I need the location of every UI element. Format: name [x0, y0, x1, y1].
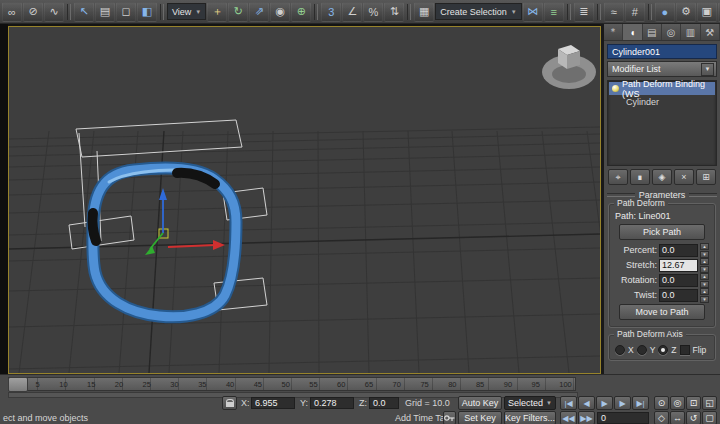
zoom-icon[interactable]: ⊙ — [654, 396, 669, 410]
mirror-icon[interactable]: ⋈ — [523, 2, 543, 22]
modifier-enabled-bulb-icon[interactable] — [612, 85, 619, 92]
selection-lock-toggle[interactable] — [222, 396, 237, 410]
zoom-extents-icon[interactable]: ⊡ — [686, 396, 701, 410]
material-editor-icon[interactable]: ● — [655, 2, 675, 22]
time-slider-handle[interactable] — [8, 377, 28, 392]
perspective-viewport[interactable] — [8, 26, 601, 374]
current-frame-field[interactable]: 0 — [597, 412, 649, 424]
previous-frame-button[interactable]: ◀ — [578, 396, 595, 410]
render-setup-icon[interactable]: ⚙ — [676, 2, 696, 22]
spinner-down-icon[interactable]: ▾ — [700, 266, 709, 273]
percent-spinner[interactable]: ▴ ▾ — [700, 243, 709, 258]
go-to-start-button[interactable]: |◀ — [560, 396, 577, 410]
flip-checkbox[interactable] — [680, 345, 690, 355]
angle-snap-icon[interactable]: ∠ — [342, 2, 362, 22]
set-key-icon[interactable] — [443, 411, 456, 424]
twist-field[interactable]: 0.0 — [659, 289, 698, 302]
add-time-tag-label[interactable]: Add Time Tag — [395, 413, 450, 423]
spinner-up-icon[interactable]: ▴ — [700, 258, 709, 265]
curve-editor-icon[interactable]: ≈ — [604, 2, 624, 22]
spinner-up-icon[interactable]: ▴ — [700, 288, 709, 295]
spinner-snap-icon[interactable]: ⇅ — [384, 2, 404, 22]
axis-x-radio[interactable] — [615, 345, 625, 355]
twist-spinner[interactable]: ▴ ▾ — [700, 288, 709, 303]
make-unique-icon[interactable]: ◈ — [652, 169, 672, 185]
zoom-region-icon[interactable]: ◱ — [702, 396, 717, 410]
coord-x-field[interactable]: 6.955 — [251, 397, 295, 409]
time-slider-ruler[interactable]: 0 5 10 15 20 25 30 35 40 45 50 55 60 65 … — [8, 377, 576, 391]
auto-key-button[interactable]: Auto Key — [458, 396, 502, 410]
pick-path-button[interactable]: Pick Path — [619, 224, 705, 240]
stretch-field[interactable]: 12.67 — [659, 259, 698, 272]
tab-hierarchy[interactable]: ▤ — [643, 24, 662, 40]
viewcube[interactable] — [542, 45, 596, 89]
named-selection-sets-icon[interactable]: ▦ — [414, 2, 434, 22]
snaps-toggle-icon[interactable]: 3 — [321, 2, 341, 22]
window-crossing-icon[interactable]: ◧ — [137, 2, 157, 22]
layer-manager-icon[interactable]: ≣ — [574, 2, 594, 22]
stack-item-label: Path Deform Binding (WS — [622, 79, 712, 99]
maximize-viewport-toggle-icon[interactable]: ▢ — [702, 411, 717, 424]
key-mode-dropdown[interactable]: Selected ▼ — [504, 396, 556, 410]
play-button[interactable]: ▶ — [596, 396, 613, 410]
go-to-end-button[interactable]: ▶| — [632, 396, 649, 410]
field-of-view-icon[interactable]: ◇ — [654, 411, 669, 424]
select-and-manipulate-icon[interactable]: ⊕ — [291, 2, 311, 22]
rotation-spinner[interactable]: ▴ ▾ — [700, 273, 709, 288]
schematic-view-icon[interactable]: # — [625, 2, 645, 22]
rectangular-selection-region-icon[interactable]: ◻ — [116, 2, 136, 22]
spinner-up-icon[interactable]: ▴ — [700, 243, 709, 250]
rotation-field[interactable]: 0.0 — [659, 274, 698, 287]
reference-coordinate-dropdown[interactable]: View ▼ — [167, 3, 206, 20]
spinner-down-icon[interactable]: ▾ — [700, 251, 709, 258]
percent-field[interactable]: 0.0 — [659, 244, 698, 257]
modifier-list-dropdown[interactable]: Modifier List ▼ — [607, 61, 717, 77]
percent-snap-icon[interactable]: % — [363, 2, 383, 22]
select-and-link-icon[interactable]: ∞ — [2, 2, 22, 22]
set-key-button[interactable]: Set Key — [458, 411, 502, 424]
stretch-spinner[interactable]: ▴ ▾ — [700, 258, 709, 273]
tab-create[interactable]: ＊ — [604, 24, 623, 40]
next-frame-button[interactable]: ▶ — [614, 396, 631, 410]
spinner-down-icon[interactable]: ▾ — [700, 296, 709, 303]
select-and-scale-icon[interactable]: ⇗ — [249, 2, 269, 22]
select-object-icon[interactable]: ↖ — [74, 2, 94, 22]
select-by-name-icon[interactable]: ▤ — [95, 2, 115, 22]
configure-modifier-sets-icon[interactable]: ⊞ — [696, 169, 716, 185]
chevron-down-icon: ▼ — [195, 9, 201, 15]
viewport-canvas[interactable] — [9, 27, 600, 373]
stack-item-path-deform[interactable]: Path Deform Binding (WS — [609, 82, 715, 95]
create-selection-dropdown[interactable]: Create Selection ▼ — [435, 3, 522, 20]
previous-key-button[interactable]: ◀◀ — [560, 411, 577, 424]
align-icon[interactable]: ≡ — [544, 2, 564, 22]
pin-stack-icon[interactable]: ⌖ — [608, 169, 628, 185]
pan-icon[interactable]: ↔ — [670, 411, 685, 424]
use-pivot-center-icon[interactable]: ◉ — [270, 2, 290, 22]
select-and-rotate-icon[interactable]: ↻ — [228, 2, 248, 22]
zoom-all-icon[interactable]: ◎ — [670, 396, 685, 410]
chevron-down-icon: ▼ — [511, 9, 517, 15]
remove-modifier-icon[interactable]: × — [674, 169, 694, 185]
move-to-path-button[interactable]: Move to Path — [619, 304, 705, 320]
rendered-frame-window-icon[interactable]: ▣ — [697, 2, 717, 22]
tab-display[interactable]: ▥ — [681, 24, 700, 40]
axis-z-radio[interactable] — [658, 345, 668, 355]
time-tick: 70 — [393, 380, 401, 389]
coord-z-field[interactable]: 0.0 — [369, 397, 399, 409]
show-end-result-icon[interactable]: ∎ — [630, 169, 650, 185]
select-and-move-icon[interactable]: ＋ — [207, 2, 227, 22]
object-name-field[interactable]: Cylinder001 — [607, 44, 717, 59]
key-filters-button[interactable]: Key Filters... — [504, 411, 556, 424]
tab-motion[interactable]: ◎ — [662, 24, 681, 40]
next-key-button[interactable]: ▶▶ — [578, 411, 595, 424]
tab-utilities[interactable]: ⚒ — [701, 24, 720, 40]
bind-to-space-warp-icon[interactable]: ∿ — [44, 2, 64, 22]
unlink-selection-icon[interactable]: ⊘ — [23, 2, 43, 22]
coord-y-field[interactable]: 0.278 — [310, 397, 354, 409]
group-title: Path Deform Axis — [614, 329, 686, 339]
spinner-up-icon[interactable]: ▴ — [700, 273, 709, 280]
axis-y-radio[interactable] — [637, 345, 647, 355]
orbit-icon[interactable]: ↺ — [686, 411, 701, 424]
tab-modify[interactable]: ◖ — [623, 24, 642, 40]
spinner-down-icon[interactable]: ▾ — [700, 281, 709, 288]
